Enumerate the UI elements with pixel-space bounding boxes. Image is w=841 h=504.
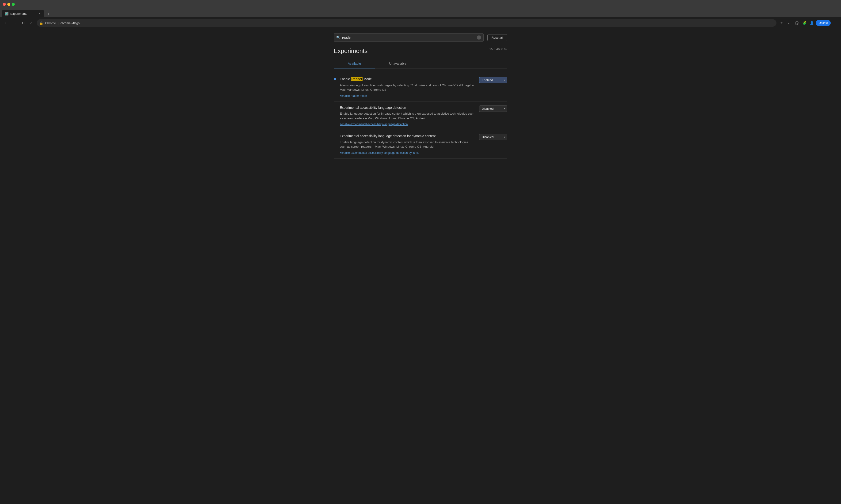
browser-tab-experiments[interactable]: 🧪 Experiments × bbox=[2, 10, 44, 17]
bookmark-button[interactable]: ☆ bbox=[778, 20, 785, 26]
search-clear-button[interactable]: × bbox=[477, 35, 481, 40]
back-button[interactable]: ← bbox=[3, 20, 10, 26]
search-row: 🔍 × Reset all bbox=[334, 33, 507, 42]
address-bar[interactable]: 🔒 Chrome | chrome://flags bbox=[37, 19, 776, 27]
experiments-header: Experiments 95.0.4638.69 bbox=[334, 47, 507, 55]
flag-indicator-reader-mode bbox=[334, 78, 336, 80]
maximize-window-button[interactable] bbox=[12, 3, 15, 6]
highlight-reader-3: reader bbox=[361, 145, 370, 148]
minimize-window-button[interactable] bbox=[7, 3, 10, 6]
highlight-reader: Reader bbox=[351, 77, 362, 81]
flag-link-accessibility-lang[interactable]: #enable-experimental-accessibility-langu… bbox=[340, 123, 408, 126]
search-box[interactable]: 🔍 × bbox=[334, 33, 484, 42]
tab-available[interactable]: Available bbox=[334, 59, 375, 69]
reset-all-button[interactable]: Reset all bbox=[487, 34, 507, 41]
flags-tabs: Available Unavailable bbox=[334, 59, 507, 69]
lock-icon: 🔒 bbox=[39, 21, 43, 25]
extension-shield-icon[interactable]: 🛡 bbox=[786, 20, 792, 26]
flag-entry-accessibility-lang: Experimental accessibility language dete… bbox=[334, 102, 507, 130]
flag-name-accessibility-lang-dynamic: Experimental accessibility language dete… bbox=[340, 134, 476, 139]
flag-select-wrapper-dynamic: Default Enabled Disabled bbox=[479, 134, 507, 140]
flag-entry-accessibility-lang-dynamic: Experimental accessibility language dete… bbox=[334, 130, 507, 159]
tab-favicon: 🧪 bbox=[5, 12, 8, 16]
flag-dot-disabled-2 bbox=[334, 135, 336, 137]
flag-body-reader-mode: Enable Reader Mode Allows viewing of sim… bbox=[340, 77, 476, 98]
titlebar bbox=[0, 0, 841, 8]
toolbar: ← → ↻ ⌂ 🔒 Chrome | chrome://flags ☆ 🛡 🎧 … bbox=[0, 17, 841, 29]
flag-select-wrapper-reader: Default Enabled Disabled bbox=[479, 77, 507, 83]
flag-desc-reader-mode: Allows viewing of simplified web pages b… bbox=[340, 83, 476, 92]
version-text: 95.0.4638.69 bbox=[490, 47, 507, 51]
flag-body-accessibility-lang: Experimental accessibility language dete… bbox=[340, 106, 476, 126]
search-input[interactable] bbox=[342, 36, 475, 39]
search-icon: 🔍 bbox=[336, 36, 340, 39]
tab-close-button[interactable]: × bbox=[37, 12, 41, 16]
refresh-button[interactable]: ↻ bbox=[20, 20, 26, 26]
browser-label: Chrome bbox=[45, 21, 56, 25]
url-display: chrome://flags bbox=[61, 21, 80, 25]
profile-button[interactable]: 👤 bbox=[808, 20, 815, 26]
address-separator: | bbox=[58, 21, 58, 25]
flag-link-reader-mode[interactable]: #enable-reader-mode bbox=[340, 94, 367, 97]
close-window-button[interactable] bbox=[3, 3, 6, 6]
flag-control-reader-mode: Default Enabled Disabled bbox=[479, 77, 507, 83]
flag-list: Enable Reader Mode Allows viewing of sim… bbox=[334, 73, 507, 159]
flag-body-accessibility-lang-dynamic: Experimental accessibility language dete… bbox=[340, 134, 476, 155]
content-area: 🔍 × Reset all Experiments 95.0.4638.69 A… bbox=[0, 29, 841, 504]
tab-title: Experiments bbox=[10, 12, 36, 16]
flag-select-reader-mode[interactable]: Default Enabled Disabled bbox=[479, 77, 507, 83]
flag-select-accessibility-lang-dynamic[interactable]: Default Enabled Disabled bbox=[479, 134, 507, 140]
page-container: 🔍 × Reset all Experiments 95.0.4638.69 A… bbox=[329, 29, 512, 168]
traffic-lights bbox=[3, 3, 15, 6]
flag-name-reader-mode: Enable Reader Mode bbox=[340, 77, 476, 82]
flag-dot-disabled bbox=[334, 106, 336, 109]
new-tab-button[interactable]: + bbox=[45, 11, 52, 17]
flag-name-accessibility-lang: Experimental accessibility language dete… bbox=[340, 106, 476, 110]
flag-indicator-accessibility-lang-dynamic bbox=[334, 135, 336, 137]
home-button[interactable]: ⌂ bbox=[28, 20, 35, 26]
flag-control-accessibility-lang-dynamic: Default Enabled Disabled bbox=[479, 134, 507, 140]
flag-select-accessibility-lang[interactable]: Default Enabled Disabled bbox=[479, 106, 507, 112]
flag-indicator-accessibility-lang bbox=[334, 106, 336, 109]
page-title: Experiments bbox=[334, 47, 368, 55]
more-menu-button[interactable]: ⋮ bbox=[831, 20, 838, 26]
tabbar: 🧪 Experiments × + bbox=[0, 8, 841, 17]
extensions-button[interactable]: 🧩 bbox=[801, 20, 807, 26]
extension-audio-icon[interactable]: 🎧 bbox=[793, 20, 800, 26]
forward-button[interactable]: → bbox=[11, 20, 18, 26]
highlight-reader-2: reader bbox=[354, 116, 363, 120]
update-button[interactable]: Update bbox=[816, 20, 831, 26]
flag-desc-accessibility-lang: Enable language detection for in-page co… bbox=[340, 111, 476, 121]
flag-entry-reader-mode: Enable Reader Mode Allows viewing of sim… bbox=[334, 73, 507, 102]
toolbar-right: ☆ 🛡 🎧 🧩 👤 Update ⋮ bbox=[778, 20, 838, 26]
flag-select-wrapper-accessibility: Default Enabled Disabled bbox=[479, 106, 507, 112]
tab-unavailable[interactable]: Unavailable bbox=[375, 59, 420, 69]
flag-desc-accessibility-lang-dynamic: Enable language detection for dynamic co… bbox=[340, 140, 476, 149]
flag-control-accessibility-lang: Default Enabled Disabled bbox=[479, 106, 507, 112]
flag-link-accessibility-lang-dynamic[interactable]: #enable-experimental-accessibility-langu… bbox=[340, 151, 419, 155]
flag-dot-enabled bbox=[334, 78, 336, 80]
